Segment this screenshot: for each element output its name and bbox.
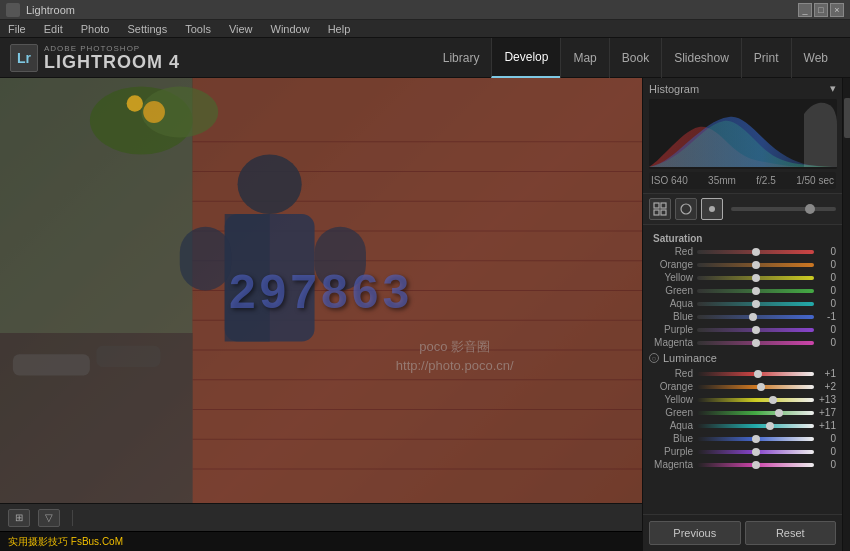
lum-thumb-purple[interactable] — [752, 448, 760, 456]
sat-label-purple: Purple — [649, 324, 693, 335]
svg-point-25 — [127, 95, 143, 111]
menu-file[interactable]: File — [4, 23, 30, 35]
sat-thumb-magenta[interactable] — [752, 339, 760, 347]
lum-thumb-aqua[interactable] — [766, 422, 774, 430]
minimize-button[interactable]: _ — [798, 3, 812, 17]
scroll-strip[interactable] — [842, 78, 850, 551]
sat-thumb-red[interactable] — [752, 248, 760, 256]
lum-row-yellow: Yellow +13 — [649, 394, 836, 405]
scroll-thumb[interactable] — [844, 98, 850, 138]
sat-thumb-orange[interactable] — [752, 261, 760, 269]
tab-web[interactable]: Web — [791, 38, 840, 78]
tab-book[interactable]: Book — [609, 38, 661, 78]
tab-library[interactable]: Library — [431, 38, 492, 78]
lum-slider-aqua[interactable] — [697, 424, 814, 428]
circle-tool[interactable] — [675, 198, 697, 220]
lum-value-aqua: +11 — [818, 420, 836, 431]
tool-slider[interactable] — [731, 207, 836, 211]
lum-slider-red[interactable] — [697, 372, 814, 376]
photo-placeholder: 297863 poco 影音圈 http://photo.poco.cn/ — [0, 78, 642, 503]
svg-rect-17 — [180, 227, 231, 291]
sat-row-yellow: Yellow 0 — [649, 272, 836, 283]
reset-button[interactable]: Reset — [745, 521, 837, 545]
svg-rect-29 — [654, 210, 659, 215]
previous-button[interactable]: Previous — [649, 521, 741, 545]
menu-tools[interactable]: Tools — [181, 23, 215, 35]
sat-slider-green[interactable] — [697, 289, 814, 293]
sat-label-orange: Orange — [649, 259, 693, 270]
luminance-header[interactable]: ○ Luminance — [649, 352, 836, 364]
lum-value-yellow: +13 — [818, 394, 836, 405]
sat-row-blue: Blue -1 — [649, 311, 836, 322]
sat-thumb-blue[interactable] — [749, 313, 757, 321]
toolbar-separator — [72, 510, 73, 526]
menu-photo[interactable]: Photo — [77, 23, 114, 35]
tab-slideshow[interactable]: Slideshow — [661, 38, 741, 78]
lum-row-aqua: Aqua +11 — [649, 420, 836, 431]
lum-slider-purple[interactable] — [697, 450, 814, 454]
histogram-arrow[interactable]: ▾ — [830, 82, 836, 95]
luminance-dot: ○ — [649, 353, 659, 363]
lum-thumb-magenta[interactable] — [752, 461, 760, 469]
menu-help[interactable]: Help — [324, 23, 355, 35]
lum-value-purple: 0 — [818, 446, 836, 457]
sat-thumb-aqua[interactable] — [752, 300, 760, 308]
menu-view[interactable]: View — [225, 23, 257, 35]
lum-value-orange: +2 — [818, 381, 836, 392]
lum-slider-green[interactable] — [697, 411, 814, 415]
bottom-buttons: Previous Reset — [643, 514, 842, 551]
sat-slider-orange[interactable] — [697, 263, 814, 267]
lum-thumb-blue[interactable] — [752, 435, 760, 443]
sat-slider-yellow[interactable] — [697, 276, 814, 280]
view-mode-btn[interactable]: ⊞ — [8, 509, 30, 527]
sat-thumb-green[interactable] — [752, 287, 760, 295]
photo-area: 297863 poco 影音圈 http://photo.poco.cn/ ⊞ … — [0, 78, 642, 551]
sat-label-magenta: Magenta — [649, 337, 693, 348]
tab-map[interactable]: Map — [560, 38, 608, 78]
camera-iso: ISO 640 — [651, 175, 688, 186]
sat-value-blue: -1 — [818, 311, 836, 322]
sat-slider-aqua[interactable] — [697, 302, 814, 306]
svg-point-32 — [709, 206, 715, 212]
menu-window[interactable]: Window — [267, 23, 314, 35]
sat-slider-magenta[interactable] — [697, 341, 814, 345]
lum-row-purple: Purple 0 — [649, 446, 836, 457]
menu-edit[interactable]: Edit — [40, 23, 67, 35]
lum-value-blue: 0 — [818, 433, 836, 444]
close-button[interactable]: × — [830, 3, 844, 17]
lr-badge: Lr — [10, 44, 38, 72]
app-title: LIGHTROOM 4 — [44, 53, 180, 71]
histogram-canvas — [649, 99, 837, 169]
dot-tool[interactable] — [701, 198, 723, 220]
window-controls[interactable]: _ □ × — [798, 3, 844, 17]
lum-label-aqua: Aqua — [649, 420, 693, 431]
app-name-block: ADOBE PHOTOSHOP LIGHTROOM 4 — [44, 44, 180, 71]
sat-thumb-purple[interactable] — [752, 326, 760, 334]
sat-label-blue: Blue — [649, 311, 693, 322]
tab-print[interactable]: Print — [741, 38, 791, 78]
tab-develop[interactable]: Develop — [491, 38, 560, 78]
tool-slider-thumb[interactable] — [805, 204, 815, 214]
lum-thumb-red[interactable] — [754, 370, 762, 378]
grid-tool[interactable] — [649, 198, 671, 220]
title-bar: Lightroom _ □ × — [0, 0, 850, 20]
lum-thumb-yellow[interactable] — [769, 396, 777, 404]
sat-thumb-yellow[interactable] — [752, 274, 760, 282]
maximize-button[interactable]: □ — [814, 3, 828, 17]
sat-slider-red[interactable] — [697, 250, 814, 254]
sat-slider-blue[interactable] — [697, 315, 814, 319]
lum-slider-blue[interactable] — [697, 437, 814, 441]
lum-slider-magenta[interactable] — [697, 463, 814, 467]
lum-value-magenta: 0 — [818, 459, 836, 470]
sat-row-orange: Orange 0 — [649, 259, 836, 270]
lum-thumb-orange[interactable] — [757, 383, 765, 391]
lum-thumb-green[interactable] — [775, 409, 783, 417]
sat-slider-purple[interactable] — [697, 328, 814, 332]
view-mode-btn2[interactable]: ▽ — [38, 509, 60, 527]
histogram-section: Histogram ▾ — [643, 78, 842, 194]
svg-point-14 — [238, 155, 302, 215]
menu-settings[interactable]: Settings — [123, 23, 171, 35]
right-panel: Histogram ▾ — [642, 78, 842, 551]
lum-slider-yellow[interactable] — [697, 398, 814, 402]
lum-slider-orange[interactable] — [697, 385, 814, 389]
